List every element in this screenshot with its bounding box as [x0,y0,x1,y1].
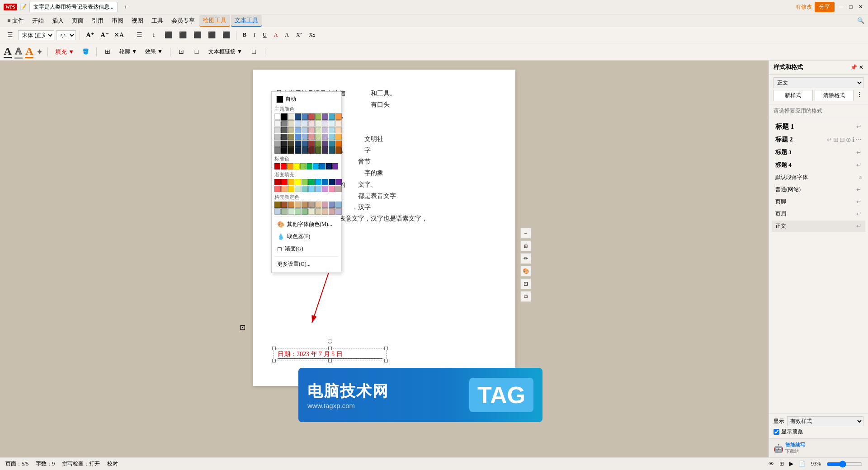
align-left-btn[interactable]: ⬛ [162,29,175,42]
style-header-enter-icon[interactable]: ↵ [856,210,862,218]
handle-topmid[interactable] [328,347,332,350]
color-swatch[interactable] [322,127,328,133]
custom-swatch[interactable] [315,202,321,208]
color-swatch[interactable] [281,134,288,140]
grad-swatch[interactable] [335,186,342,192]
style-heading2-dots-icon[interactable]: ⋯ [855,136,862,144]
position-icon[interactable]: ⊡ [175,46,188,58]
color-swatch[interactable] [288,147,294,154]
color-swatch[interactable] [335,147,342,154]
color-swatch[interactable] [274,120,281,127]
more-settings-action[interactable]: 更多设置(O)... [274,258,338,270]
custom-swatch[interactable] [322,202,328,208]
custom-swatch[interactable] [315,208,321,215]
rotate-handle[interactable] [328,339,332,343]
style-body-text[interactable]: 正文 ↵ [772,221,865,232]
color-swatch[interactable] [308,120,315,127]
handle-topright[interactable] [384,347,388,350]
maximize-button[interactable]: □ [847,4,854,11]
color-swatch[interactable] [288,113,294,120]
bold-btn[interactable]: B [240,30,249,40]
custom-swatch[interactable] [274,202,281,208]
share-button[interactable]: 分享 [815,2,835,12]
menu-insert[interactable]: 插入 [48,15,67,26]
style-default-para-font[interactable]: 默认段落字体 a [772,172,865,183]
handle-bottomright[interactable] [384,359,388,362]
custom-swatch[interactable] [288,202,294,208]
color-swatch[interactable] [335,113,342,120]
style-heading4[interactable]: 标题 4 ↵ [772,159,865,171]
text-fill-A-btn[interactable]: A [4,46,12,58]
grad-swatch[interactable] [288,186,294,192]
color-swatch[interactable] [288,134,294,140]
color-swatch[interactable] [302,113,308,120]
float-format-btn[interactable]: ⊞ [520,240,531,251]
superscript-btn[interactable]: X² [293,30,304,40]
custom-swatch[interactable] [281,202,288,208]
color-swatch[interactable] [288,141,294,147]
textbox-icon[interactable]: □ [248,46,260,58]
grad-swatch[interactable] [288,179,294,185]
format-options-icon[interactable]: ⋮ [855,90,863,101]
search-icon[interactable]: 🔍 [857,17,864,24]
color-swatch[interactable] [329,147,335,154]
text-effect-star-btn[interactable]: ✦ [36,47,43,57]
smart-assist-area[interactable]: 🤖 智能续写 下载站 [769,438,868,457]
outline-label[interactable]: 轮廓 ▼ [117,47,140,57]
text-link-label[interactable]: 文本框链接 ▼ [206,47,245,57]
custom-swatch[interactable] [308,208,315,215]
color-swatch[interactable] [302,147,308,154]
style-body-enter-icon[interactable]: ↵ [856,222,862,230]
grad-swatch[interactable] [281,186,288,192]
std-color-swatch[interactable] [313,163,319,169]
color-swatch[interactable] [308,147,315,154]
color-swatch[interactable] [335,127,342,133]
style-heading2-clear-icon[interactable]: ⊟ [840,136,845,144]
color-swatch[interactable] [308,141,315,147]
color-swatch[interactable] [329,141,335,147]
color-swatch[interactable] [329,120,335,127]
custom-swatch[interactable] [308,202,315,208]
custom-swatch[interactable] [302,202,308,208]
underline-btn[interactable]: U [260,30,269,40]
new-style-btn[interactable]: 新样式 [774,90,813,101]
handle-bottommid[interactable] [328,359,332,362]
style-normal-website-enter-icon[interactable]: ↵ [856,186,862,193]
size-icon[interactable]: □ [190,46,203,58]
grad-swatch[interactable] [329,186,335,192]
style-footer[interactable]: 页脚 ↵ [772,196,865,207]
menu-home[interactable]: 开始 [28,15,47,26]
menu-reference[interactable]: 引用 [88,15,107,26]
grad-swatch[interactable] [308,186,315,192]
color-swatch[interactable] [281,141,288,147]
menu-page[interactable]: 页面 [68,15,87,26]
grad-swatch[interactable] [295,186,301,192]
style-heading2-more-icon[interactable]: ⊕ [846,136,851,144]
font-family-select[interactable]: 宋体 (正文) [18,30,54,40]
custom-swatch[interactable] [329,208,335,215]
handle-bottomleft[interactable] [272,359,276,362]
custom-swatch[interactable] [322,208,328,215]
grad-swatch[interactable] [315,179,321,185]
grad-swatch[interactable] [322,179,328,185]
style-heading2-info-icon[interactable]: ℹ [852,136,854,144]
grad-swatch[interactable] [322,186,328,192]
color-swatch[interactable] [315,147,321,154]
font-size-increase-btn[interactable]: A⁺ [84,29,96,42]
align-right-btn[interactable]: ⬛ [176,29,189,42]
color-swatch[interactable] [295,134,301,140]
color-swatch[interactable] [288,120,294,127]
grad-swatch[interactable] [329,179,335,185]
panel-pin-btn[interactable]: 📌 [850,64,857,71]
textbox-content[interactable]: 日期：2023 年 7 月 5 日 [278,350,382,359]
std-color-swatch[interactable] [326,163,332,169]
custom-swatch[interactable] [295,202,301,208]
std-color-swatch[interactable] [332,163,338,169]
style-heading2-enter-icon[interactable]: ↵ [827,136,832,144]
style-heading2[interactable]: 标题 2 ↵ ⊞ ⊟ ⊕ ℹ ⋯ [772,134,865,146]
custom-swatch[interactable] [274,208,281,215]
color-swatch[interactable] [322,120,328,127]
style-heading1[interactable]: 标题 1 ↵ [772,121,865,133]
color-swatch[interactable] [329,134,335,140]
para-spacing-btn[interactable]: ⬛ [205,29,218,42]
